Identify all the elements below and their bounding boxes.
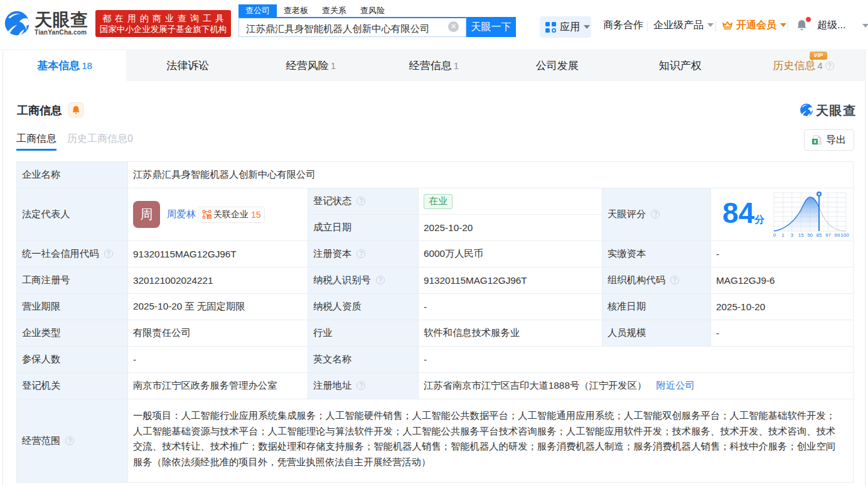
svg-text:97: 97 — [825, 232, 831, 238]
svg-text:企: 企 — [208, 215, 212, 219]
svg-text:15: 15 — [798, 232, 804, 238]
svg-text:50: 50 — [807, 232, 813, 238]
svg-text:100: 100 — [840, 232, 849, 238]
svg-text:3: 3 — [791, 232, 794, 238]
svg-text:天眼查: 天眼查 — [815, 104, 856, 117]
svg-text:0: 0 — [773, 232, 776, 238]
svg-text:99: 99 — [835, 232, 840, 238]
svg-text:1: 1 — [781, 232, 785, 238]
svg-text:85: 85 — [817, 232, 822, 238]
